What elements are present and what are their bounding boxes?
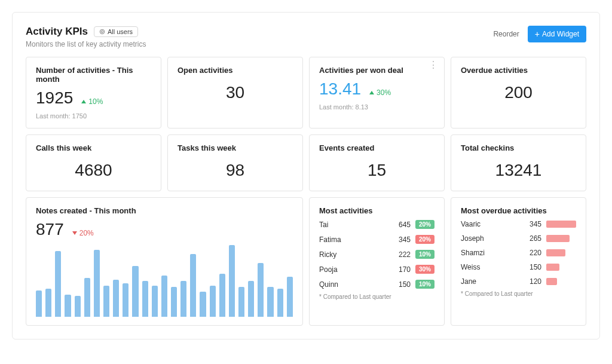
chart-bar [287,277,293,317]
target-icon [99,29,105,35]
bar-inner [546,221,576,228]
list-item: Jane 120 [461,277,576,286]
chart-bar [200,292,206,317]
kpi-center: 13241 [461,157,576,182]
delta-indicator: 20% [72,229,94,237]
bar-inner [546,235,570,242]
kpi-card: Number of activities - This month 1925 1… [26,57,161,129]
kpi-center: 30 [178,79,293,105]
list-item: Quinn 150 10% [319,280,434,289]
most-activities-card: Most activities Tai 645 20%Fatima 345 20… [309,197,445,326]
kpi-card: Total checkins13241 [451,134,586,191]
chart-bar [248,281,254,317]
list-item: Vaaric 345 [461,220,576,228]
card-title: Open activities [178,66,293,75]
header-left: Activity KPIs All users Monitors the lis… [26,26,146,48]
card-title: Calls this week [36,143,151,152]
svg-point-0 [100,29,105,34]
chart-bar [210,286,216,317]
card-title: Activities per won deal [319,66,434,75]
delta-indicator: 30% [369,88,391,97]
chart-bar [267,287,273,317]
filter-label: All users [108,28,133,35]
chart-bar [258,263,264,317]
percent-pill: 20% [415,220,434,229]
list-name: Fatima [319,235,387,244]
kpi-row: 13.41 30% [319,79,434,99]
chart-bar [65,295,71,317]
kpi-center: 98 [178,157,293,182]
bar-outer [546,278,576,285]
card-title: Number of activities - This month [36,66,151,84]
delta-value: 30% [377,88,391,97]
list-body: Vaaric 345 Joseph 265 Shamzi 220 Weiss 1… [461,220,576,286]
chart-bar [113,280,119,317]
list-item: Ricky 222 10% [319,250,434,259]
list-name: Ricky [319,250,387,259]
chart-bar [36,290,42,317]
delta-value: 20% [79,229,94,237]
triangle-up-icon [81,100,86,103]
delta-value: 10% [88,97,103,106]
chart-bar [190,254,196,317]
chart-bar [103,286,109,317]
chart-bar [161,276,167,317]
kpi-center: 200 [461,79,576,105]
add-widget-button[interactable]: + Add Widget [528,26,586,42]
list-value: 150 [518,263,541,271]
bar-inner [546,264,559,271]
list-name: Tai [319,221,387,229]
list-name: Joseph [461,234,518,243]
kpi-center: 4680 [36,157,151,182]
triangle-down-icon [72,231,77,235]
bar-outer [546,264,576,271]
card-menu-icon[interactable]: ⋮ [429,63,438,67]
header: Activity KPIs All users Monitors the lis… [26,26,586,48]
chart-bar [180,281,186,317]
list-name: Jane [461,277,518,286]
reorder-link[interactable]: Reorder [493,30,519,38]
chart-bar [229,245,235,317]
list-item: Weiss 150 [461,263,576,271]
kpi-value: 877 [36,220,64,239]
cards-grid: Number of activities - This month 1925 1… [26,57,586,326]
list-value: 345 [387,235,411,244]
bar-inner [546,278,557,285]
list-value: 220 [518,249,541,257]
kpi-card: Calls this week4680 [26,134,161,191]
page-subtitle: Monitors the list of key activity metric… [26,40,146,48]
kpi-value: 15 [368,161,386,179]
kpi-row: 1925 10% [36,88,151,108]
bar-inner [546,249,565,256]
card-title: Total checkins [461,143,576,152]
chart-bar [277,289,283,317]
list-item: Tai 645 20% [319,220,434,229]
chart-bar [152,286,158,317]
triangle-up-icon [369,91,374,94]
percent-pill: 30% [415,265,434,274]
footnote: * Compared to Last quarter [319,293,434,300]
list-name: Shamzi [461,249,518,257]
add-widget-label: Add Widget [542,30,579,38]
chart-bar [142,281,148,317]
card-title: Overdue activities [461,66,576,75]
list-value: 645 [387,221,411,229]
svg-point-1 [101,30,103,32]
list-value: 120 [518,277,541,286]
percent-pill: 10% [415,280,434,289]
kpi-value: 13.41 [319,79,361,99]
chart-bar [238,287,244,317]
kpi-subtext: Last month: 1750 [36,112,151,120]
chart-bar [84,278,90,317]
card-title: Most activities [319,206,434,215]
list-value: 222 [387,250,411,259]
header-right: Reorder + Add Widget [493,26,586,42]
list-value: 265 [518,234,541,243]
kpi-card: Open activities30 [167,57,303,129]
plus-icon: + [535,30,540,38]
filter-all-users[interactable]: All users [94,26,138,37]
percent-pill: 10% [415,250,434,259]
kpi-value: 30 [226,83,244,102]
kpi-card: Tasks this week98 [167,134,303,191]
dashboard-frame: Activity KPIs All users Monitors the lis… [12,12,600,339]
